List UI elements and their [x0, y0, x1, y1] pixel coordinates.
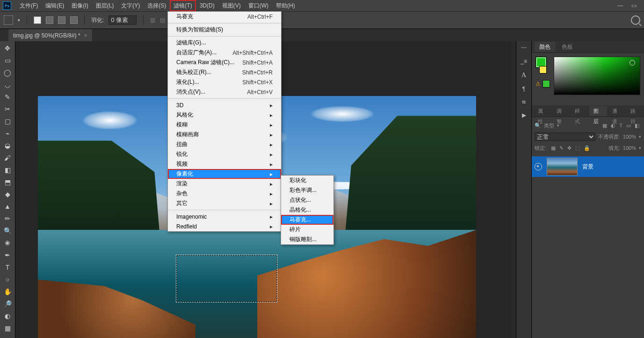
menu-group-1[interactable]: 风格化▸	[168, 110, 281, 120]
tool-icon[interactable]: ○	[2, 274, 13, 285]
submenu-item-5[interactable]: 碎片	[281, 225, 333, 235]
brush-settings-icon[interactable]: ⎯≡	[521, 58, 527, 65]
filter-kind-icon[interactable]: 🔍	[535, 123, 541, 129]
menu-帮助[interactable]: 帮助(H)	[272, 0, 299, 11]
layer-thumbnail[interactable]	[547, 158, 578, 176]
vertical-scrollbar[interactable]	[511, 41, 516, 338]
submenu-item-2[interactable]: 点状化...	[281, 195, 333, 205]
paragraph-icon[interactable]: ¶	[522, 86, 525, 92]
gamut-swatch[interactable]	[543, 80, 550, 88]
menu-group-5[interactable]: 锐化▸	[168, 149, 281, 159]
menu-group-10[interactable]: 其它▸	[168, 198, 281, 208]
selection-subtract-icon[interactable]	[58, 16, 65, 24]
menu-编辑[interactable]: 编辑(E)	[42, 0, 68, 11]
menu-group-2[interactable]: 模糊▸	[168, 120, 281, 130]
marquee-selection[interactable]	[176, 255, 277, 302]
menu-group-9[interactable]: 杂色▸	[168, 189, 281, 198]
gamut-warning-icon[interactable]: ⚠	[535, 81, 541, 87]
selection-add-icon[interactable]	[46, 16, 53, 24]
visibility-toggle-icon[interactable]	[535, 163, 542, 170]
menu-vanishing-point[interactable]: 消失点(V)...Alt+Ctrl+V	[168, 87, 281, 97]
tool-icon[interactable]: 🔎	[2, 299, 13, 309]
tool-icon[interactable]: ▢	[2, 116, 13, 126]
tool-icon[interactable]: ▲	[2, 201, 13, 212]
menu-3d[interactable]: 3D(D)	[196, 0, 218, 11]
tool-icon[interactable]: ▦	[2, 323, 13, 333]
marquee-tool-icon[interactable]	[4, 15, 13, 25]
menu-group-3[interactable]: 模糊画廊▸	[168, 130, 281, 140]
brush-presets-icon[interactable]: 〰	[521, 45, 527, 51]
tool-icon[interactable]: ⌁	[2, 128, 13, 139]
menu-adaptive-wide[interactable]: 自适应广角(A)...Alt+Shift+Ctrl+A	[168, 48, 281, 58]
color-field[interactable]	[554, 57, 640, 95]
tab-swatches[interactable]: 色板	[557, 42, 578, 52]
menu-图像[interactable]: 图像(I)	[68, 0, 92, 11]
menu-last-filter[interactable]: 马赛克Alt+Ctrl+F	[168, 12, 281, 22]
search-icon[interactable]	[631, 15, 640, 25]
submenu-item-3[interactable]: 晶格化...	[281, 205, 333, 215]
menu-group-7[interactable]: 像素化▸	[168, 169, 281, 179]
tool-icon[interactable]: ✎	[2, 92, 13, 102]
tool-icon[interactable]: ⬒	[2, 177, 13, 187]
menu-滤镜[interactable]: 滤镜(T)	[170, 0, 195, 11]
menu-camera-raw[interactable]: Camera Raw 滤镜(C)...Shift+Ctrl+A	[168, 58, 281, 67]
submenu-item-0[interactable]: 彩块化	[281, 176, 333, 185]
menu-group-4[interactable]: 扭曲▸	[168, 140, 281, 149]
menu-文件[interactable]: 文件(F)	[16, 0, 42, 11]
blend-mode-select[interactable]: 正常	[535, 132, 595, 141]
menu-plugin-0[interactable]: Imagenomic▸	[168, 212, 281, 221]
selection-new-icon[interactable]	[34, 16, 41, 24]
tool-icon[interactable]: ✋	[2, 287, 13, 297]
tab-color[interactable]: 颜色	[535, 42, 555, 52]
submenu-item-6[interactable]: 铜版雕刻...	[281, 235, 333, 244]
layer-row[interactable]: 背景	[532, 156, 644, 177]
submenu-item-4[interactable]: 马赛克...	[281, 215, 333, 225]
menu-group-0[interactable]: 3D▸	[168, 100, 281, 110]
history-icon[interactable]: ≋	[521, 99, 526, 105]
panel-tab-5[interactable]: 路径	[626, 106, 644, 116]
tool-icon[interactable]: ◐	[2, 311, 13, 321]
panel-tab-3[interactable]: 图层	[589, 106, 607, 116]
antialias-icon2[interactable]: ▤	[160, 17, 165, 23]
panel-tab-4[interactable]: 通道	[608, 106, 626, 116]
close-tab-icon[interactable]: ×	[84, 32, 87, 39]
menu-视图[interactable]: 视图(V)	[218, 0, 245, 11]
selection-intersect-icon[interactable]	[70, 16, 78, 24]
panel-tab-1[interactable]: 调整	[552, 106, 570, 116]
tool-icon[interactable]: ◆	[2, 189, 13, 199]
menu-选择[interactable]: 选择(S)	[144, 0, 170, 11]
background-swatch[interactable]	[539, 66, 547, 73]
tool-icon[interactable]: ✂	[2, 104, 13, 114]
chevron-down-icon[interactable]: ▾	[639, 134, 641, 139]
tool-icon[interactable]: ✏	[2, 213, 13, 224]
layer-filter-icons[interactable]: ▦◐T▭◧	[601, 123, 641, 129]
menu-lens-correction[interactable]: 镜头校正(R)...Shift+Ctrl+R	[168, 67, 281, 77]
menu-liquify[interactable]: 液化(L)...Shift+Ctrl+X	[168, 77, 281, 87]
tool-icon[interactable]: ✒	[2, 250, 13, 260]
menu-窗口[interactable]: 窗口(W)	[245, 0, 272, 11]
tool-icon[interactable]: ◡	[2, 80, 13, 90]
menu-group-6[interactable]: 视频▸	[168, 159, 281, 169]
menu-plugin-1[interactable]: Redfield▸	[168, 221, 281, 231]
maximize-icon[interactable]: ▭	[631, 2, 637, 9]
tool-icon[interactable]: ✥	[2, 43, 13, 53]
play-icon[interactable]: ▶	[522, 112, 526, 118]
feather-input[interactable]	[109, 15, 137, 25]
menu-filter-gallery[interactable]: 滤镜库(G)...	[168, 38, 281, 48]
lock-icons[interactable]: ▦✎✥⬚🔒	[549, 145, 592, 151]
submenu-item-1[interactable]: 彩色半调...	[281, 185, 333, 195]
tool-icon[interactable]: ▭	[2, 55, 13, 66]
minimize-icon[interactable]: —	[617, 2, 623, 9]
antialias-icon[interactable]: ▥	[150, 17, 155, 23]
panel-tab-0[interactable]: 属性	[534, 106, 551, 116]
chevron-down-icon[interactable]: ▾	[639, 146, 641, 150]
tool-icon[interactable]: 🖌	[2, 153, 13, 163]
chevron-down-icon[interactable]: ▾	[18, 18, 20, 22]
menu-group-8[interactable]: 渲染▸	[168, 179, 281, 189]
tool-icon[interactable]: ❀	[2, 238, 13, 248]
menu-convert-smart[interactable]: 转换为智能滤镜(S)	[168, 25, 281, 35]
document-tab[interactable]: timg.jpg @ 50%(RGB/8#) * ×	[8, 29, 92, 41]
tool-icon[interactable]: T	[2, 262, 13, 272]
menu-文字[interactable]: 文字(Y)	[117, 0, 144, 11]
chevron-down-icon[interactable]: ▾	[557, 123, 559, 128]
